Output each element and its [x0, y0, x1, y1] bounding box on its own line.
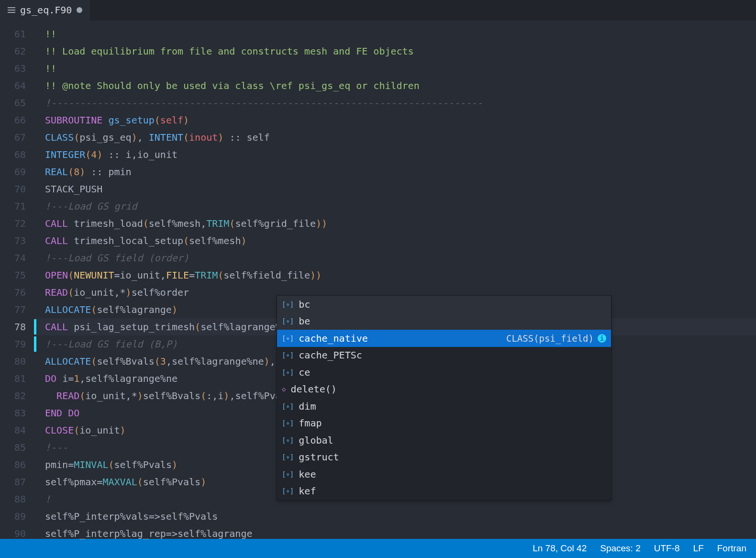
code-line[interactable]: SUBROUTINE gs_setup(self)	[34, 112, 756, 129]
code-line[interactable]: !!	[34, 60, 756, 77]
tab-bar: gs_eq.F90	[0, 0, 756, 21]
code-line[interactable]: CLASS(psi_gs_eq), INTENT(inout) :: self	[34, 129, 756, 146]
line-number: 71	[0, 198, 34, 215]
code-line[interactable]: CALL trimesh_load(self%mesh,TRIM(self%gr…	[34, 215, 756, 232]
field-icon: [∘]	[282, 453, 294, 461]
suggest-label: gstruct	[299, 451, 339, 463]
code-line[interactable]: !---Load GS field (order)	[34, 249, 756, 267]
suggest-detail: CLASS(psi_field) i	[506, 333, 606, 344]
line-number: 84	[0, 422, 34, 439]
line-number: 77	[0, 301, 34, 318]
line-number: 73	[0, 232, 34, 249]
code-line[interactable]: !! @note Should only be used via class \…	[34, 77, 756, 94]
code-line[interactable]: CALL trimesh_local_setup(self%mesh)	[34, 232, 756, 249]
line-number: 74	[0, 249, 34, 267]
field-icon: [∘]	[282, 470, 294, 478]
field-icon: [∘]	[282, 368, 294, 376]
field-icon: [∘]	[282, 335, 294, 342]
code-line[interactable]: !---------------------------------------…	[34, 94, 756, 112]
editor-tab[interactable]: gs_eq.F90	[0, 0, 90, 21]
code-line[interactable]: self%P_interp%vals=>self%Pvals	[34, 508, 756, 525]
suggest-item[interactable]: ◇delete()	[277, 381, 611, 398]
line-number: 80	[0, 353, 34, 370]
suggest-label: be	[299, 315, 310, 327]
suggest-label: bc	[299, 299, 310, 310]
line-number: 90	[0, 525, 34, 542]
line-number: 68	[0, 146, 34, 163]
suggest-label: global	[299, 435, 333, 446]
suggest-item[interactable]: [∘]dim	[277, 398, 611, 415]
suggest-item[interactable]: [∘]cache_nativeCLASS(psi_field) i	[277, 330, 611, 347]
code-line[interactable]: INTEGER(4) :: i,io_unit	[34, 146, 756, 163]
field-icon: [∘]	[282, 301, 294, 308]
line-number: 76	[0, 284, 34, 301]
field-icon: [∘]	[282, 317, 294, 325]
line-number: 78	[0, 318, 34, 335]
suggest-item[interactable]: [∘]global	[277, 432, 611, 449]
intellisense-popup[interactable]: [∘]bc[∘]be[∘]cache_nativeCLASS(psi_field…	[277, 295, 611, 500]
line-number: 72	[0, 215, 34, 232]
suggest-label: kee	[299, 469, 316, 480]
suggest-label: delete()	[290, 383, 336, 395]
suggest-label: fmap	[299, 417, 322, 429]
suggest-item[interactable]: [∘]bc	[277, 296, 611, 313]
suggest-item[interactable]: [∘]fmap	[277, 415, 611, 432]
line-number: 61	[0, 25, 34, 43]
suggest-label: cache_native	[299, 333, 368, 344]
line-number: 66	[0, 112, 34, 129]
line-number: 87	[0, 473, 34, 491]
line-number: 82	[0, 387, 34, 404]
method-icon: ◇	[282, 385, 286, 393]
code-line[interactable]: !!	[34, 25, 756, 43]
suggest-item[interactable]: [∘]be	[277, 313, 611, 330]
line-number: 70	[0, 180, 34, 198]
line-number: 88	[0, 491, 34, 508]
dirty-indicator-icon	[77, 7, 82, 13]
field-icon: [∘]	[282, 419, 294, 427]
line-number: 63	[0, 60, 34, 77]
suggest-item[interactable]: [∘]gstruct	[277, 449, 611, 466]
line-number-gutter: 6162636465666768697071727374757677787980…	[0, 21, 34, 539]
code-line[interactable]: self%P_interp%lag_rep=>self%lagrange	[34, 525, 756, 542]
file-icon	[8, 7, 15, 13]
line-number: 85	[0, 439, 34, 456]
line-number: 89	[0, 508, 34, 525]
suggest-label: cache_PETSc	[299, 349, 362, 361]
code-line[interactable]: !! Load equilibrium from file and constr…	[34, 43, 756, 60]
line-number: 65	[0, 94, 34, 112]
code-line[interactable]: OPEN(NEWUNIT=io_unit,FILE=TRIM(self%fiel…	[34, 267, 756, 284]
line-number: 64	[0, 77, 34, 94]
line-number: 86	[0, 456, 34, 473]
suggest-item[interactable]: [∘]cache_PETSc	[277, 347, 611, 364]
code-line[interactable]: STACK_PUSH	[34, 180, 756, 198]
line-number: 79	[0, 335, 34, 353]
line-number: 83	[0, 404, 34, 422]
suggest-label: ce	[299, 367, 310, 378]
suggest-item[interactable]: [∘]kef	[277, 483, 611, 500]
tab-filename: gs_eq.F90	[20, 4, 72, 16]
line-number: 75	[0, 267, 34, 284]
suggest-item[interactable]: [∘]kee	[277, 466, 611, 483]
field-icon: [∘]	[282, 487, 294, 495]
line-number: 69	[0, 163, 34, 180]
info-icon[interactable]: i	[598, 334, 606, 343]
field-icon: [∘]	[282, 351, 294, 359]
field-icon: [∘]	[282, 402, 294, 410]
code-line[interactable]: REAL(8) :: pmin	[34, 163, 756, 180]
code-line[interactable]: !---Load GS grid	[34, 198, 756, 215]
suggest-label: dim	[299, 401, 316, 412]
editor-area[interactable]: 6162636465666768697071727374757677787980…	[0, 21, 756, 539]
suggest-label: kef	[299, 485, 316, 497]
suggest-item[interactable]: [∘]ce	[277, 364, 611, 381]
line-number: 81	[0, 370, 34, 387]
field-icon: [∘]	[282, 436, 294, 444]
line-number: 62	[0, 43, 34, 60]
line-number: 67	[0, 129, 34, 146]
